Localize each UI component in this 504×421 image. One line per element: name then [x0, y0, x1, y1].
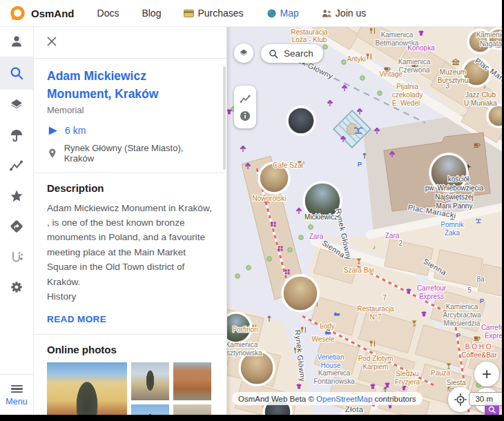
map-attribution: OsmAnd Web Beta © OpenStreetMap contribu… — [232, 392, 423, 405]
nav-blog[interactable]: Blog — [142, 8, 161, 19]
map-label: Zara — [309, 233, 324, 240]
read-more-link[interactable]: READ MORE — [47, 314, 106, 324]
map-label: Arcybractwa — [443, 311, 481, 319]
osmand-logo-icon — [10, 6, 26, 21]
star-icon — [8, 188, 25, 204]
map-label: Express — [419, 293, 444, 300]
tree-icon — [246, 266, 251, 271]
map-label: Kamienica — [318, 369, 351, 377]
tree-icon — [378, 91, 382, 96]
tree-icon — [342, 60, 347, 65]
map-label: Żaka — [445, 228, 461, 237]
map-container[interactable]: ♪♪PPP RestauracjaLoża - KlubKamienicaBet… — [226, 26, 502, 415]
navbar: OsmAnd Docs Blog Purchases Map — [0, 0, 502, 27]
photo-marker[interactable] — [287, 107, 315, 135]
poi-distance: 6 km — [65, 125, 86, 136]
map-label: Kamienica — [398, 58, 431, 66]
card-icon — [184, 9, 194, 18]
photo-thumbnail-main[interactable] — [47, 362, 127, 415]
map-label: Pod Złotym — [358, 355, 394, 362]
map-label: U Muniaka — [464, 99, 497, 107]
map-label: 8a — [476, 275, 485, 283]
map-label: Bursztynu — [438, 77, 468, 84]
globe-icon — [266, 9, 277, 18]
track-analyze-icon[interactable] — [239, 92, 252, 106]
zoom-in-button[interactable]: + — [474, 362, 499, 386]
tree-icon — [360, 76, 365, 81]
sidebar-item-favorites[interactable] — [0, 181, 33, 211]
layers-icon — [8, 97, 25, 113]
panel-scrollbar[interactable] — [223, 66, 226, 170]
search-icon — [268, 48, 279, 59]
map-label: Loża - Klub — [292, 36, 327, 43]
panel-header — [33, 26, 226, 59]
map-label: Fontanowska — [313, 378, 355, 385]
sidebar-item-layers[interactable] — [0, 90, 33, 120]
sidebar-item-navigation[interactable] — [0, 211, 33, 242]
map-label: Jazz Club — [465, 91, 496, 99]
map-layers-button[interactable] — [234, 43, 253, 63]
photo-marker[interactable] — [487, 105, 502, 127]
photo-thumbnail[interactable] — [131, 362, 169, 400]
photo-thumbnail[interactable] — [173, 404, 211, 415]
map-label: kościół — [448, 175, 469, 183]
map-label: Zara — [385, 232, 400, 239]
svg-text:♪: ♪ — [373, 244, 376, 251]
online-photos-heading: Online photos — [47, 344, 213, 355]
photo-thumbnail[interactable] — [173, 362, 211, 400]
map-search-label: Search — [284, 48, 313, 59]
svg-text:P: P — [358, 160, 362, 168]
description-text: Adam Mickiewicz Monument in Kraków, , is… — [47, 201, 213, 304]
sidebar-item-account[interactable] — [0, 26, 33, 57]
map-label: Carrefour — [417, 284, 447, 292]
map-label: Muzeum — [440, 68, 466, 76]
location-pin-icon — [47, 148, 58, 159]
sidebar-item-settings[interactable] — [0, 272, 33, 302]
map-canvas[interactable]: ♪♪PPP RestauracjaLoża - KlubKamienicaBet… — [226, 26, 502, 415]
plan-route-icon — [8, 248, 25, 265]
map-label: Kamienica — [226, 341, 258, 349]
map-label: E. Wedel — [392, 99, 420, 107]
map-label: czekolady — [392, 91, 423, 99]
sidebar-item-search[interactable] — [0, 57, 33, 90]
music-icon: ♪ — [373, 244, 376, 251]
map-label: Antyki — [347, 55, 365, 63]
gear-icon — [8, 279, 25, 295]
map-label: Pijalnia — [396, 83, 419, 90]
sidebar-menu-button[interactable]: Menu — [0, 374, 33, 415]
map-label: 7 — [382, 294, 387, 302]
map-label: House — [321, 362, 341, 369]
map-tools-panel — [234, 86, 256, 128]
poi-category: Memorial — [47, 105, 213, 115]
map-search-button[interactable]: Search — [261, 44, 323, 63]
map-label: Venetian — [318, 353, 345, 361]
openstreetmap-link[interactable]: OpenStreetMap — [316, 395, 372, 403]
map-label: 3 — [445, 82, 449, 90]
brand-name: OsmAnd — [31, 8, 75, 19]
details-panel: Adam Mickiewicz Monument, Kraków Memoria… — [33, 26, 227, 415]
photo-thumbnail[interactable] — [131, 404, 169, 415]
description-heading: Description — [47, 182, 213, 194]
photo-marker[interactable] — [282, 275, 318, 311]
tree-icon — [288, 248, 293, 253]
nav-join-us[interactable]: Join us — [322, 8, 366, 19]
map-label: Karpiem — [362, 363, 388, 371]
sidebar-item-plan-route[interactable] — [0, 242, 33, 272]
nav-purchases[interactable]: Purchases — [184, 8, 243, 19]
nav-docs[interactable]: Docs — [97, 8, 119, 19]
map-label: Fryzjera — [395, 378, 420, 386]
map-label: Vintage — [379, 70, 403, 78]
sidebar-item-tracks[interactable] — [0, 150, 33, 181]
map-label: Kamienica — [381, 31, 414, 39]
parking-icon: P — [456, 331, 461, 339]
map-label: Express — [485, 332, 502, 340]
tree-icon — [323, 45, 328, 50]
map-label: Siesta — [447, 379, 466, 386]
info-icon[interactable] — [239, 110, 251, 122]
close-button[interactable] — [41, 31, 62, 54]
divider — [33, 334, 226, 335]
map-label: Kamienica — [446, 303, 478, 311]
sidebar-item-weather[interactable] — [0, 120, 33, 150]
distance-row[interactable]: 6 km — [47, 125, 213, 137]
nav-map[interactable]: Map — [266, 8, 299, 19]
